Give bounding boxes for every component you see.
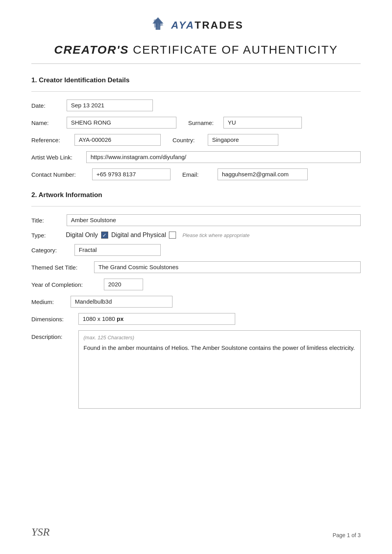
dimensions-value: 1080 x 1080 [83,315,115,322]
email-field[interactable]: hagguhsem2@gmail.com [218,168,308,180]
page-footer: YSR Page 1 of 3 [31,526,361,538]
year-row: Year of Completion: 2020 [31,279,361,290]
logo-text: AYATRADES [171,19,244,31]
category-label: Category: [31,247,71,253]
section1-divider [31,91,361,92]
surname-label: Surname: [188,119,220,126]
weblink-field[interactable]: https://www.instagram.com/diyufang/ [86,151,361,163]
footer-signature: YSR [31,526,50,538]
page-header: AYATRADES CREATOR'S CERTIFICATE OF AUTHE… [31,16,361,64]
artwork-title-field[interactable]: Amber Soulstone [67,214,361,226]
year-field[interactable]: 2020 [104,279,143,290]
country-label: Country: [172,137,204,143]
dimensions-row: Dimensions: 1080 x 1080 px [31,313,361,325]
medium-label: Medium: [31,299,67,305]
name-label: Name: [31,119,63,126]
category-field[interactable]: Fractal [74,244,161,256]
medium-field[interactable]: Mandelbulb3d [71,296,172,308]
dimensions-label: Dimensions: [31,316,74,322]
reference-field[interactable]: AYA-000026 [74,134,161,146]
country-field[interactable]: Singapore [208,134,278,146]
contact-row: Contact Number: +65 9793 8137 Email: hag… [31,168,361,180]
doc-title-rest: CERTIFICATE OF AUTHENTICITY [129,43,338,56]
surname-field[interactable]: YU [223,117,302,129]
themed-set-row: Themed Set Title: The Grand Cosmic Souls… [31,261,361,273]
category-row: Category: Fractal [31,244,361,256]
digital-only-checkbox[interactable]: ✓ [101,232,108,239]
weblink-row: Artist Web Link: https://www.instagram.c… [31,151,361,163]
themed-set-label: Themed Set Title: [31,264,90,271]
logo-area: AYATRADES [149,16,244,34]
reference-label: Reference: [31,137,71,143]
type-label: Type: [31,232,63,239]
weblink-label: Artist Web Link: [31,154,82,161]
themed-set-field[interactable]: The Grand Cosmic Soulstones [94,261,361,273]
logo-trades: TRADES [195,19,244,31]
please-tick-text: Please tick where appropriate [182,232,249,238]
contact-field[interactable]: +65 9793 8137 [92,168,171,180]
logo-aya: AYA [171,19,195,31]
description-hint: (max. 125 Characters) [83,335,356,340]
contact-label: Contact Number: [31,171,88,178]
description-text: Found in the amber mountains of Helios. … [83,344,356,351]
artwork-title-label: Title: [31,217,63,224]
reference-row: Reference: AYA-000026 Country: Singapore [31,134,361,146]
section2-divider [31,206,361,206]
type-digital-physical-text: Digital and Physical [111,232,166,239]
document-title: CREATOR'S CERTIFICATE OF AUTHENTICITY [54,43,338,56]
medium-row: Medium: Mandelbulb3d [31,296,361,308]
footer-page: Page 1 of 3 [332,532,361,538]
section2-title: 2. Artwork Information [31,191,361,199]
date-label: Date: [31,102,63,109]
description-label: Description: [31,330,74,340]
name-row: Name: SHENG RONG Surname: YU [31,117,361,129]
name-field[interactable]: SHENG RONG [67,117,176,129]
year-label: Year of Completion: [31,281,100,288]
dimensions-unit: px [117,315,124,322]
doc-title-bold: CREATOR'S [54,43,129,56]
type-row: Type: Digital Only ✓ Digital and Physica… [31,232,361,239]
artwork-title-row: Title: Amber Soulstone [31,214,361,226]
page: AYATRADES CREATOR'S CERTIFICATE OF AUTHE… [0,0,392,554]
description-block: Description: (max. 125 Characters) Found… [31,330,361,409]
date-field[interactable]: Sep 13 2021 [67,100,153,111]
section1-title: 1. Creator Identification Details [31,76,361,84]
email-label: Email: [182,171,214,178]
type-digital-only-text: Digital Only [66,232,98,239]
dimensions-field[interactable]: 1080 x 1080 px [78,313,235,325]
date-row: Date: Sep 13 2021 [31,100,361,111]
logo-icon [149,16,167,34]
description-field[interactable]: (max. 125 Characters) Found in the amber… [78,330,361,409]
digital-physical-checkbox[interactable] [169,232,176,239]
